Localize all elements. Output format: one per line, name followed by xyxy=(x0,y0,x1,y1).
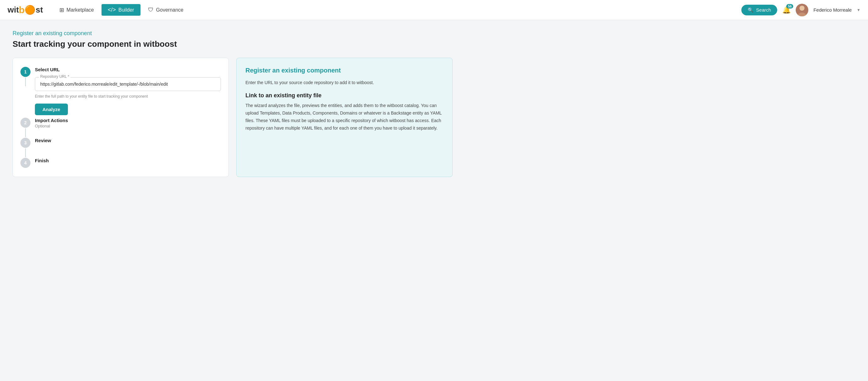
step-4-left: 4 xyxy=(21,158,30,168)
wizard-panel: 1 Select URL Repository URL * Enter the … xyxy=(12,58,229,177)
step-1-label: Select URL xyxy=(35,67,221,72)
step-2-connector xyxy=(25,128,26,137)
main-content: Register an existing component Start tra… xyxy=(0,20,868,187)
step-3-connector xyxy=(25,148,26,157)
step-4-label: Finish xyxy=(35,158,221,163)
nav-item-governance-label: Governance xyxy=(156,7,184,13)
url-hint: Enter the full path to your entity file … xyxy=(35,94,221,99)
step-2-number: 2 xyxy=(21,118,30,128)
info-link-body: The wizard analyzes the file, previews t… xyxy=(245,102,443,132)
content-grid: 1 Select URL Repository URL * Enter the … xyxy=(12,58,453,177)
builder-icon: </> xyxy=(108,7,116,13)
search-button[interactable]: 🔍 Search xyxy=(741,5,777,15)
logo[interactable]: witb🟠st xyxy=(7,5,43,15)
svg-point-1 xyxy=(800,6,805,11)
step-3-number: 3 xyxy=(21,138,30,148)
logo-o: 🟠 xyxy=(25,5,35,15)
step-2-content: Import Actions Optional xyxy=(35,118,221,131)
logo-ost: st xyxy=(35,5,43,15)
nav-item-builder[interactable]: </> Builder xyxy=(101,4,141,16)
marketplace-icon: ⊞ xyxy=(59,7,64,13)
step-3-wrapper: 3 Review xyxy=(21,138,221,158)
step-2-sublabel: Optional xyxy=(35,124,221,128)
url-input-label: Repository URL * xyxy=(39,74,70,79)
repository-url-input[interactable] xyxy=(40,81,216,86)
nav-item-governance[interactable]: 🛡 Governance xyxy=(142,4,190,16)
analyze-button[interactable]: Analyze xyxy=(35,104,68,115)
nav-item-marketplace[interactable]: ⊞ Marketplace xyxy=(53,4,100,16)
info-panel-title: Register an existing component xyxy=(245,67,443,74)
step-2-wrapper: 2 Import Actions Optional xyxy=(21,118,221,138)
page-title: Start tracking your component in witboos… xyxy=(12,39,856,49)
step-1-body: Repository URL * Enter the full path to … xyxy=(35,77,221,115)
governance-icon: 🛡 xyxy=(148,7,154,13)
step-1-wrapper: 1 Select URL Repository URL * Enter the … xyxy=(21,67,221,118)
nav-item-marketplace-label: Marketplace xyxy=(67,7,94,13)
breadcrumb: Register an existing component xyxy=(12,30,856,37)
step-3-content: Review xyxy=(35,138,221,146)
chevron-down-icon: ▼ xyxy=(857,8,861,12)
nav-item-builder-label: Builder xyxy=(119,7,134,13)
nav-items: ⊞ Marketplace </> Builder 🛡 Governance xyxy=(53,4,739,16)
info-panel: Register an existing component Enter the… xyxy=(236,58,453,177)
logo-b: b xyxy=(19,5,25,15)
step-1-number: 1 xyxy=(21,67,30,77)
step-3-left: 3 xyxy=(21,138,30,158)
step-4-wrapper: 4 Finish xyxy=(21,158,221,168)
steps-container: 1 Select URL Repository URL * Enter the … xyxy=(21,67,221,168)
avatar xyxy=(796,4,808,16)
notifications-badge: 56 xyxy=(786,4,793,8)
step-1-connector xyxy=(25,77,26,86)
info-panel-intro: Enter the URL to your source code reposi… xyxy=(245,79,443,86)
step-1-content: Select URL Repository URL * Enter the fu… xyxy=(35,67,221,118)
step-4-content: Finish xyxy=(35,158,221,166)
info-link-title: Link to an existing entity file xyxy=(245,92,443,99)
step-1-left: 1 xyxy=(21,67,30,87)
step-4-number: 4 xyxy=(21,158,30,168)
logo-text-wit: wit xyxy=(7,5,19,15)
nav-right: 🔍 Search 🔔 56 Federico Morreale ▼ xyxy=(741,4,861,16)
search-label: Search xyxy=(756,7,771,12)
navbar: witb🟠st ⊞ Marketplace </> Builder 🛡 Gove… xyxy=(0,0,868,20)
step-3-label: Review xyxy=(35,138,221,143)
user-name: Federico Morreale xyxy=(813,7,852,12)
step-2-label: Import Actions xyxy=(35,118,221,123)
notifications-button[interactable]: 🔔 56 xyxy=(782,6,791,14)
step-2-left: 2 xyxy=(21,118,30,138)
search-icon: 🔍 xyxy=(748,7,754,13)
url-input-group: Repository URL * xyxy=(35,77,221,91)
